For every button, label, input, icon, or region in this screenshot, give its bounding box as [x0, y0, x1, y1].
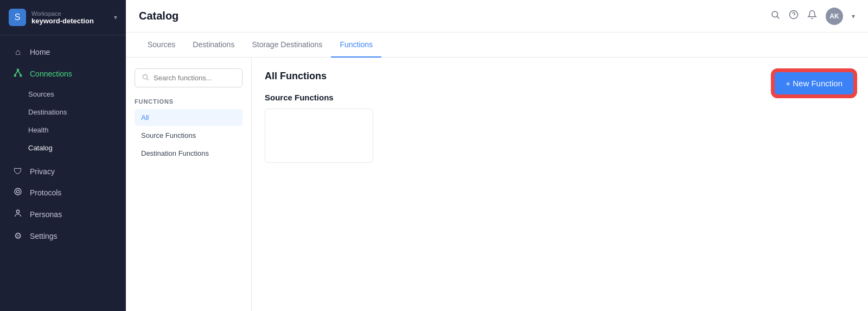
sidebar-item-label: Personas	[30, 210, 62, 219]
filter-source-functions[interactable]: Source Functions	[135, 127, 242, 144]
shield-icon: 🛡	[12, 167, 23, 176]
svg-line-9	[777, 16, 779, 18]
filters-section-label: FUNCTIONS	[135, 98, 242, 105]
protocols-icon	[12, 187, 23, 198]
source-functions-section-title: Source Functions	[265, 93, 855, 102]
svg-line-3	[15, 71, 18, 75]
sidebar-item-label: Connections	[30, 69, 72, 78]
page-title: Catalog	[139, 10, 178, 22]
bell-icon[interactable]	[807, 10, 817, 22]
personas-icon	[12, 209, 23, 220]
sidebar-item-settings[interactable]: ⚙ Settings	[0, 225, 126, 246]
avatar-chevron-icon[interactable]: ▾	[852, 12, 855, 20]
panel-title: All Functions	[265, 71, 855, 82]
sidebar-item-catalog[interactable]: Catalog	[0, 139, 126, 157]
sidebar-item-health[interactable]: Health	[0, 121, 126, 139]
search-icon[interactable]	[770, 10, 780, 22]
avatar[interactable]: AK	[826, 8, 843, 25]
sidebar-item-label: Settings	[30, 232, 58, 240]
sidebar-item-label: Home	[30, 48, 50, 56]
sidebar-item-destinations[interactable]: Destinations	[0, 103, 126, 121]
search-input[interactable]	[154, 74, 235, 82]
workspace-label: Workspace	[31, 10, 108, 17]
sidebar-nav: ⌂ Home Connections Sources Destinations …	[0, 35, 126, 311]
svg-line-4	[18, 71, 21, 75]
tab-destinations[interactable]: Destinations	[184, 33, 243, 58]
svg-point-8	[772, 11, 778, 17]
sidebar-item-home[interactable]: ⌂ Home	[0, 42, 126, 62]
svg-point-7	[16, 210, 19, 213]
workspace-name: keyword-detection	[31, 17, 108, 25]
sidebar-item-personas[interactable]: Personas	[0, 204, 126, 225]
new-function-button[interactable]: + New Function	[773, 71, 855, 96]
sidebar-item-sources[interactable]: Sources	[0, 85, 126, 103]
filter-all[interactable]: All	[135, 109, 242, 126]
empty-source-functions-box	[265, 109, 373, 163]
workspace-selector[interactable]: S Workspace keyword-detection ▾	[0, 0, 126, 35]
svg-point-12	[143, 74, 147, 79]
sidebar-item-privacy[interactable]: 🛡 Privacy	[0, 161, 126, 182]
sidebar-item-protocols[interactable]: Protocols	[0, 182, 126, 204]
tab-storage-destinations[interactable]: Storage Destinations	[243, 33, 331, 58]
tab-functions[interactable]: Functions	[331, 33, 381, 58]
sidebar-item-connections[interactable]: Connections	[0, 62, 126, 85]
catalog-tabs: Sources Destinations Storage Destination…	[126, 33, 868, 58]
filter-destination-functions[interactable]: Destination Functions	[135, 145, 242, 162]
page-header: Catalog AK ▾	[126, 0, 868, 33]
svg-point-5	[16, 190, 19, 193]
workspace-info: Workspace keyword-detection	[31, 10, 108, 25]
header-actions: AK ▾	[770, 8, 855, 25]
workspace-logo: S	[9, 9, 26, 26]
functions-filter-panel: FUNCTIONS All Source Functions Destinati…	[126, 58, 252, 311]
gear-icon: ⚙	[12, 231, 23, 241]
content-area: FUNCTIONS All Source Functions Destinati…	[126, 58, 868, 311]
connections-icon	[12, 68, 23, 80]
sidebar: S Workspace keyword-detection ▾ ⌂ Home C…	[0, 0, 126, 311]
main-content: Catalog AK ▾	[126, 0, 868, 311]
sidebar-item-label: Privacy	[30, 167, 55, 176]
search-icon	[142, 73, 149, 82]
home-icon: ⌂	[12, 47, 23, 57]
help-icon[interactable]	[789, 10, 799, 22]
functions-main-panel: All Functions Source Functions + New Fun…	[252, 58, 868, 311]
svg-point-6	[15, 188, 21, 195]
chevron-down-icon: ▾	[114, 14, 117, 21]
search-box	[135, 68, 242, 87]
svg-line-13	[147, 79, 149, 80]
sidebar-item-label: Protocols	[30, 188, 61, 197]
tab-sources[interactable]: Sources	[139, 33, 184, 58]
